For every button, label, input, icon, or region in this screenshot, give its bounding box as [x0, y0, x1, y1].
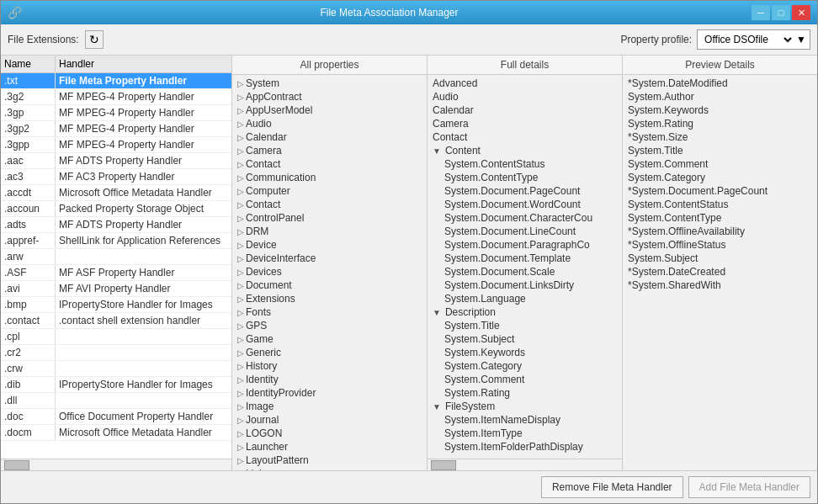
- full-detail-item[interactable]: System.Title: [428, 319, 622, 332]
- file-row[interactable]: .avi MF AVI Property Handler: [1, 281, 231, 297]
- full-detail-item[interactable]: System.ItemType: [428, 427, 622, 440]
- file-row[interactable]: .3gp MF MPEG-4 Property Handler: [1, 105, 231, 121]
- full-detail-item[interactable]: System.Category: [428, 359, 622, 373]
- preview-detail-item[interactable]: System.ContentType: [623, 211, 817, 225]
- preview-detail-item[interactable]: *System.Document.PageCount: [623, 184, 817, 198]
- preview-detail-item[interactable]: *System.OfflineAvailability: [623, 225, 817, 238]
- file-row[interactable]: .crw: [1, 361, 231, 377]
- all-prop-item[interactable]: ▷ Document: [232, 279, 427, 292]
- preview-details-list[interactable]: *System.DateModifiedSystem.AuthorSystem.…: [623, 75, 817, 470]
- file-row[interactable]: .ac3 MF AC3 Property Handler: [1, 169, 231, 185]
- full-details-scroll-thumb[interactable]: [431, 460, 456, 470]
- full-details-list[interactable]: AdvancedAudioCalendarCameraContact▼Conte…: [428, 75, 622, 459]
- all-prop-item[interactable]: ▷ Launcher: [232, 440, 427, 454]
- all-prop-item[interactable]: ▷ DeviceInterface: [232, 252, 427, 265]
- all-prop-item[interactable]: ▷ Devices: [232, 265, 427, 279]
- preview-detail-item[interactable]: System.Title: [623, 144, 817, 157]
- file-row[interactable]: .3g2 MF MPEG-4 Property Handler: [1, 89, 231, 105]
- file-row[interactable]: .adts MF ADTS Property Handler: [1, 217, 231, 233]
- full-detail-item[interactable]: System.Subject: [428, 332, 622, 346]
- full-detail-item[interactable]: Camera: [428, 117, 622, 130]
- all-prop-item[interactable]: ▷ Image: [232, 400, 427, 413]
- all-prop-item[interactable]: ▷ Calendar: [232, 130, 427, 144]
- all-prop-item[interactable]: ▷ History: [232, 359, 427, 373]
- full-detail-item[interactable]: System.Document.LineCount: [428, 225, 622, 238]
- file-row[interactable]: .docm Microsoft Office Metadata Handler: [1, 425, 231, 441]
- full-detail-item[interactable]: ▼FileSystem: [428, 400, 622, 413]
- file-row[interactable]: .cr2: [1, 345, 231, 361]
- file-row[interactable]: .accoun Packed Property Storage Object: [1, 201, 231, 217]
- all-prop-item[interactable]: ▷ Communication: [232, 171, 427, 184]
- minimize-button[interactable]: ─: [752, 5, 770, 20]
- preview-detail-item[interactable]: *System.DateCreated: [623, 265, 817, 279]
- profile-dropdown[interactable]: Office DSOfile Windows Default Custom ▼: [697, 29, 810, 50]
- all-prop-item[interactable]: ▷ AppContract: [232, 90, 427, 103]
- full-detail-item[interactable]: System.Keywords: [428, 346, 622, 359]
- preview-detail-item[interactable]: System.Keywords: [623, 103, 817, 117]
- all-prop-item[interactable]: ▷ Computer: [232, 184, 427, 198]
- profile-select-input[interactable]: Office DSOfile Windows Default Custom: [701, 33, 794, 46]
- all-prop-item[interactable]: ▷ LOGON: [232, 427, 427, 440]
- full-detail-item[interactable]: System.Language: [428, 292, 622, 305]
- all-prop-item[interactable]: ▷ Fonts: [232, 305, 427, 319]
- horizontal-scrollbar[interactable]: [1, 459, 231, 470]
- full-detail-item[interactable]: System.Document.CharacterCou: [428, 211, 622, 225]
- file-row[interactable]: .3gpp MF MPEG-4 Property Handler: [1, 137, 231, 153]
- file-row[interactable]: .bmp IPropertyStore Handler for Images: [1, 297, 231, 313]
- all-prop-item[interactable]: ▷ System: [232, 77, 427, 90]
- file-row[interactable]: .appref- ShellLink for Application Refer…: [1, 233, 231, 249]
- preview-detail-item[interactable]: System.Author: [623, 90, 817, 103]
- file-row[interactable]: .doc Office Document Property Handler: [1, 409, 231, 425]
- file-row[interactable]: .aac MF ADTS Property Handler: [1, 153, 231, 169]
- full-detail-item[interactable]: System.Document.ParagraphCo: [428, 238, 622, 252]
- full-detail-item[interactable]: System.Document.PageCount: [428, 184, 622, 198]
- file-row[interactable]: .cpl: [1, 329, 231, 345]
- all-prop-item[interactable]: ▷ Contact: [232, 157, 427, 171]
- remove-handler-button[interactable]: Remove File Meta Handler: [541, 476, 683, 498]
- all-prop-item[interactable]: ▷ Journal: [232, 413, 427, 427]
- all-prop-item[interactable]: ▷ LayoutPattern: [232, 454, 427, 467]
- full-detail-item[interactable]: System.Comment: [428, 373, 622, 386]
- close-button[interactable]: ✕: [792, 5, 810, 20]
- all-prop-item[interactable]: ▷ Identity: [232, 373, 427, 386]
- file-row[interactable]: .dib IPropertyStore Handler for Images: [1, 377, 231, 393]
- full-detail-item[interactable]: System.Document.WordCount: [428, 198, 622, 211]
- preview-detail-item[interactable]: System.Subject: [623, 252, 817, 265]
- file-list[interactable]: .txt File Meta Property Handler .3g2 MF …: [1, 73, 231, 459]
- full-detail-item[interactable]: ▼Content: [428, 144, 622, 157]
- full-detail-item[interactable]: System.Document.Template: [428, 252, 622, 265]
- add-handler-button[interactable]: Add File Meta Handler: [688, 476, 810, 498]
- full-details-hscroll[interactable]: [428, 459, 622, 470]
- preview-detail-item[interactable]: *System.OfflineStatus: [623, 238, 817, 252]
- file-row[interactable]: .ASF MF ASF Property Handler: [1, 265, 231, 281]
- preview-detail-item[interactable]: *System.SharedWith: [623, 279, 817, 292]
- full-detail-item[interactable]: ▼Description: [428, 305, 622, 319]
- full-detail-item[interactable]: System.Rating: [428, 386, 622, 400]
- full-detail-item[interactable]: Calendar: [428, 103, 622, 117]
- full-detail-item[interactable]: System.ItemFolderPathDisplay: [428, 440, 622, 454]
- full-detail-item[interactable]: System.ContentStatus: [428, 157, 622, 171]
- full-detail-item[interactable]: Contact: [428, 130, 622, 144]
- preview-detail-item[interactable]: System.ContentStatus: [623, 198, 817, 211]
- full-detail-item[interactable]: System.ItemNameDisplay: [428, 413, 622, 427]
- scroll-thumb[interactable]: [4, 460, 29, 470]
- preview-detail-item[interactable]: System.Comment: [623, 157, 817, 171]
- full-detail-item[interactable]: System.Document.LinksDirty: [428, 279, 622, 292]
- file-row[interactable]: .arw: [1, 249, 231, 265]
- all-prop-item[interactable]: ▷ AppUserModel: [232, 103, 427, 117]
- maximize-button[interactable]: □: [772, 5, 790, 20]
- file-row[interactable]: .accdt Microsoft Office Metadata Handler: [1, 185, 231, 201]
- all-prop-item[interactable]: ▷ Game: [232, 332, 427, 346]
- all-prop-item[interactable]: ▷ Device: [232, 238, 427, 252]
- all-prop-item[interactable]: ▷ IdentityProvider: [232, 386, 427, 400]
- file-row[interactable]: .txt File Meta Property Handler: [1, 73, 231, 89]
- all-prop-item[interactable]: ▷ Contact: [232, 198, 427, 211]
- all-prop-item[interactable]: ▷ Camera: [232, 144, 427, 157]
- file-row[interactable]: .dll: [1, 393, 231, 409]
- all-prop-item[interactable]: ▷ Audio: [232, 117, 427, 130]
- file-row[interactable]: .3gp2 MF MPEG-4 Property Handler: [1, 121, 231, 137]
- preview-detail-item[interactable]: System.Category: [623, 171, 817, 184]
- all-properties-list[interactable]: ▷ System▷ AppContract▷ AppUserModel▷ Aud…: [232, 75, 427, 470]
- refresh-icon[interactable]: ↻: [85, 30, 104, 49]
- full-detail-item[interactable]: Audio: [428, 90, 622, 103]
